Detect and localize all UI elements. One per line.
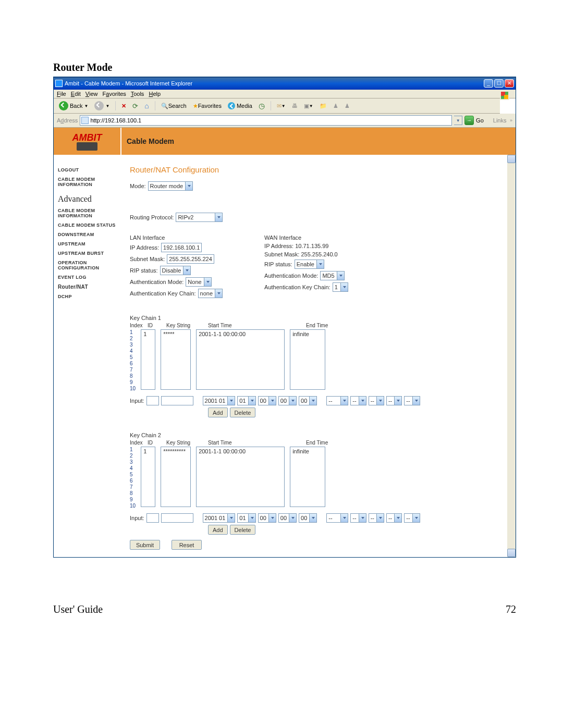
- kc1-add-button[interactable]: Add: [208, 408, 228, 417]
- kc2-input-label: Input:: [130, 515, 144, 521]
- lan-akc-select[interactable]: none: [198, 289, 223, 298]
- mail-button[interactable]: ✉▼: [275, 102, 288, 110]
- reset-button[interactable]: Reset: [172, 540, 202, 550]
- search-button[interactable]: 🔍Search: [159, 102, 189, 110]
- kc1-sel-day[interactable]: 01: [237, 396, 255, 405]
- home-button[interactable]: ⌂: [142, 101, 151, 110]
- refresh-button[interactable]: ⟳: [130, 102, 140, 110]
- lan-title: LAN Interface: [130, 235, 223, 241]
- kc2-sel-s[interactable]: 00: [299, 513, 317, 523]
- back-button[interactable]: Back ▼: [57, 101, 90, 111]
- nav-cm-info-2[interactable]: CABLE MODEM INFORMATION: [58, 208, 117, 218]
- vertical-scrollbar[interactable]: [507, 155, 516, 557]
- address-input[interactable]: http://192.168.100.1: [80, 115, 452, 126]
- wan-rip-select[interactable]: Enable: [295, 260, 324, 269]
- scroll-down-button[interactable]: [507, 549, 516, 557]
- history-button[interactable]: ◷: [256, 101, 267, 110]
- nav-upstream-burst[interactable]: UPSTREAM BURST: [58, 251, 117, 256]
- lan-auth-select[interactable]: None: [186, 277, 211, 287]
- kc2-id-list[interactable]: 1: [141, 447, 155, 507]
- close-button[interactable]: ✕: [505, 79, 514, 88]
- kc2-sel-h[interactable]: 00: [258, 513, 276, 523]
- edit-button[interactable]: ▣▼: [302, 102, 315, 110]
- lan-ip-input[interactable]: 192.168.100.1: [161, 243, 202, 252]
- kc1-ks-list[interactable]: *****: [161, 329, 191, 390]
- kc2-sel-year[interactable]: 2001 01: [203, 513, 236, 523]
- nav-logout[interactable]: LOGOUT: [58, 167, 117, 172]
- nav-cm-info[interactable]: CABLE MODEM INFORMATION: [58, 177, 117, 187]
- kc2-sel-day[interactable]: 01: [237, 513, 255, 523]
- kc1-delete-button[interactable]: Delete: [230, 408, 256, 417]
- kc1-end-2[interactable]: --: [350, 396, 366, 405]
- kc2-et-list[interactable]: infinite: [290, 447, 325, 507]
- nav-upstream[interactable]: UPSTREAM: [58, 241, 117, 246]
- menu-file[interactable]: File: [57, 91, 66, 97]
- messenger-icon-2[interactable]: ♟: [342, 102, 352, 110]
- kc1-et-list[interactable]: infinite: [290, 329, 325, 390]
- minimize-button[interactable]: _: [484, 79, 493, 88]
- content-area: Router/NAT Configuration Mode: Router mo…: [121, 155, 516, 557]
- kc2-add-button[interactable]: Add: [208, 525, 228, 535]
- kc1-sel-year[interactable]: 2001 01: [203, 396, 236, 405]
- go-button[interactable]: →: [464, 116, 474, 125]
- window-titlebar[interactable]: Ambit - Cable Modem - Microsoft Internet…: [54, 77, 516, 90]
- kc2-sel-m[interactable]: 00: [278, 513, 297, 523]
- nav-op-config[interactable]: OPERATION CONFIGURATION: [58, 260, 117, 270]
- nav-dchp[interactable]: DCHP: [58, 294, 117, 299]
- submit-button[interactable]: Submit: [130, 540, 160, 550]
- menu-help[interactable]: Help: [149, 91, 161, 97]
- favorites-button[interactable]: ★Favorites: [191, 102, 224, 110]
- kc2-st-list[interactable]: 2001-1-1 00:00:00: [196, 447, 285, 507]
- forward-button[interactable]: ▼: [92, 101, 112, 111]
- kc1-input-ks[interactable]: [161, 396, 193, 405]
- kc2-input-ks[interactable]: [161, 513, 193, 523]
- footer-left: User' Guide: [53, 603, 103, 615]
- kc2-end-2[interactable]: --: [350, 513, 366, 523]
- nav-event-log[interactable]: EVENT LOG: [58, 275, 117, 280]
- stop-button[interactable]: ✕: [119, 102, 128, 110]
- menu-view[interactable]: View: [85, 91, 98, 97]
- menu-favorites[interactable]: Favorites: [103, 91, 126, 97]
- wan-auth-select[interactable]: MD5: [320, 271, 344, 280]
- kc1-end-3[interactable]: --: [369, 396, 384, 405]
- kc2-end-1[interactable]: --: [326, 513, 348, 523]
- kc1-sel-m[interactable]: 00: [278, 396, 297, 405]
- menu-edit[interactable]: Edit: [71, 91, 81, 97]
- routing-protocol-select[interactable]: RIPv2: [176, 213, 223, 222]
- messenger-icon[interactable]: ♟: [331, 102, 340, 110]
- kc2-ks-list[interactable]: **********: [161, 447, 191, 507]
- lan-akc-label: Authentication Key Chain:: [130, 290, 196, 297]
- scroll-up-button[interactable]: [507, 155, 516, 163]
- nav-router-nat[interactable]: Router/NAT: [58, 284, 117, 290]
- mode-select[interactable]: Router mode: [148, 181, 193, 191]
- kc1-st-list[interactable]: 2001-1-1 00:00:00: [196, 329, 285, 390]
- windows-logo-icon: [500, 91, 509, 100]
- kc1-id-list[interactable]: 1: [141, 329, 155, 390]
- kc1-input-id[interactable]: [146, 396, 159, 405]
- menu-tools[interactable]: Tools: [131, 91, 144, 97]
- kc2-input-id[interactable]: [146, 513, 159, 523]
- kc2-title: Key Chain 2: [130, 432, 502, 438]
- links-label[interactable]: Links: [493, 117, 507, 124]
- kc1-sel-s[interactable]: 00: [299, 396, 317, 405]
- nav-cm-status[interactable]: CABLE MODEM STATUS: [58, 223, 117, 228]
- print-button[interactable]: 🖶: [290, 102, 300, 109]
- media-button[interactable]: Media: [226, 102, 254, 110]
- section-title: Router/NAT Configuration: [130, 165, 502, 174]
- kc2-end-3[interactable]: --: [369, 513, 384, 523]
- lan-rip-select[interactable]: Disable: [160, 266, 191, 275]
- kc2-delete-button[interactable]: Delete: [230, 525, 256, 535]
- kc1-end-5[interactable]: --: [404, 396, 420, 405]
- kc2-end-5[interactable]: --: [404, 513, 420, 523]
- kc2-end-4[interactable]: --: [386, 513, 402, 523]
- kc1-sel-h[interactable]: 00: [258, 396, 276, 405]
- nav-downstream[interactable]: DOWNSTREAM: [58, 232, 117, 237]
- lan-mask-input[interactable]: 255.255.255.224: [167, 254, 214, 264]
- address-dropdown[interactable]: ▼: [454, 116, 462, 125]
- maximize-button[interactable]: ☐: [494, 79, 504, 88]
- folder-button[interactable]: 📁: [317, 102, 329, 110]
- wan-akc-select[interactable]: 1: [333, 282, 348, 292]
- wan-rip-label: RIP status:: [264, 261, 292, 267]
- kc1-end-1[interactable]: --: [326, 396, 348, 405]
- kc1-end-4[interactable]: --: [386, 396, 402, 405]
